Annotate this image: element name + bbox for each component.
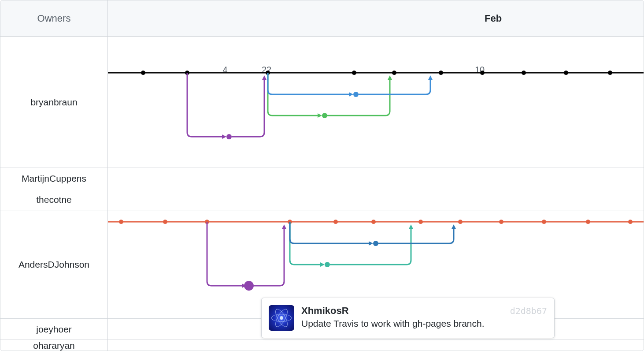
svg-marker-39 (409, 224, 413, 229)
svg-marker-40 (369, 241, 373, 246)
avatar (269, 305, 294, 331)
owner-label[interactable]: joeyhoer (0, 319, 108, 340)
svg-point-35 (244, 281, 254, 291)
owner-row-bryanbraun: bryanbraun 4 22 10 (0, 37, 644, 168)
tooltip-hash: d2d8b67 (510, 306, 547, 316)
svg-point-30 (499, 220, 503, 224)
svg-point-29 (458, 220, 463, 224)
svg-point-13 (226, 134, 232, 139)
timeline-thecotne[interactable] (108, 189, 644, 210)
svg-point-24 (205, 220, 209, 224)
tick-label: 10 (475, 65, 485, 75)
svg-point-31 (542, 220, 546, 224)
timeline-bryanbraun[interactable]: 4 22 10 (108, 37, 644, 168)
timeline-ohararyan[interactable] (108, 340, 644, 351)
owner-label[interactable]: AndersDJohnson (0, 210, 108, 318)
tooltip-author: XhmikosR (301, 305, 349, 317)
svg-marker-37 (320, 262, 325, 267)
owners-header: Owners (0, 0, 108, 36)
svg-point-22 (119, 220, 123, 224)
svg-point-23 (163, 220, 167, 224)
svg-marker-15 (318, 113, 322, 118)
owner-row-thecotne: thecotne (0, 189, 644, 210)
owner-label[interactable]: thecotne (0, 189, 108, 210)
svg-marker-12 (222, 134, 226, 139)
owner-label[interactable]: ohararyan (0, 340, 108, 351)
svg-point-16 (322, 113, 327, 118)
svg-point-27 (371, 220, 376, 224)
svg-point-28 (418, 220, 423, 224)
owner-label[interactable]: MartijnCuppens (0, 168, 108, 189)
owner-row-ohararyan: ohararyan (0, 340, 644, 351)
commit-tooltip: XhmikosR d2d8b67 Update Travis to work w… (261, 298, 555, 338)
svg-point-38 (325, 262, 330, 267)
month-label: Feb (485, 13, 502, 24)
svg-point-32 (586, 220, 590, 224)
tooltip-message: Update Travis to work with gh-pages bran… (301, 318, 547, 329)
owner-row-martijn: MartijnCuppens (0, 168, 644, 189)
svg-marker-36 (282, 224, 286, 229)
svg-point-26 (333, 220, 338, 224)
svg-marker-18 (349, 92, 353, 97)
owner-label[interactable]: bryanbraun (0, 37, 108, 168)
timeline-martijn[interactable] (108, 168, 644, 189)
tick-label: 4 (222, 65, 227, 75)
svg-marker-42 (452, 224, 456, 229)
svg-point-19 (353, 92, 359, 97)
svg-point-41 (373, 241, 378, 246)
svg-marker-34 (242, 284, 246, 288)
svg-point-33 (628, 220, 633, 224)
timeline-header: Feb (108, 0, 644, 36)
svg-point-25 (288, 220, 292, 224)
tick-label: 22 (262, 65, 271, 75)
